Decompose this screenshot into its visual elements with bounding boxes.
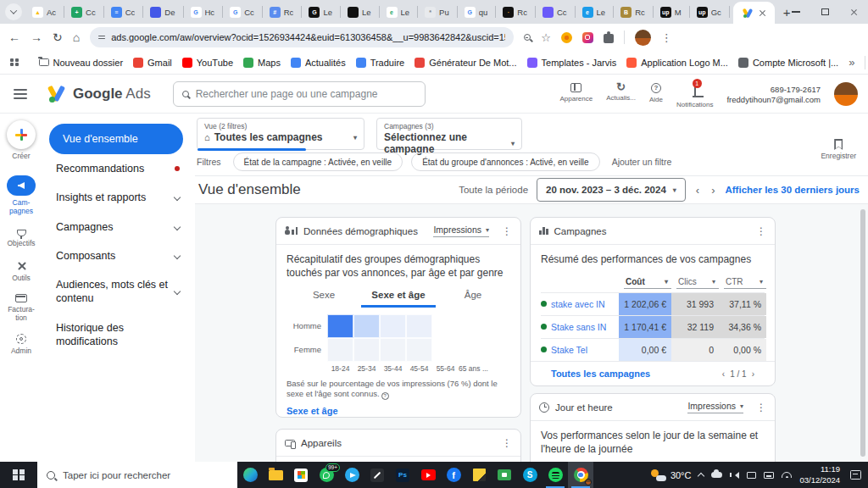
sidebar-item-overview[interactable]: Vue d'ensemble	[49, 124, 183, 154]
taskbar-search[interactable]	[37, 462, 237, 488]
date-prev-button[interactable]: ‹	[694, 184, 701, 197]
taskbar-facebook[interactable]: f	[441, 462, 466, 488]
volume-icon[interactable]	[730, 472, 739, 479]
browser-tab[interactable]: G Le	[305, 0, 344, 24]
sidebar-item-components[interactable]: Composants	[51, 241, 183, 270]
display-icon[interactable]	[747, 472, 756, 479]
browser-tab[interactable]: Le	[344, 0, 383, 24]
taskbar-meet[interactable]	[492, 462, 517, 488]
close-button[interactable]	[839, 0, 868, 24]
browser-tab[interactable]: * Pu	[421, 0, 461, 24]
active-tab-google-ads[interactable]	[733, 2, 775, 24]
reload-button[interactable]: ↻	[53, 31, 63, 43]
view-filter-select[interactable]: Vue (2 filtres) ⌂Toutes les campagnes▾	[197, 118, 364, 150]
campaign-name-link[interactable]: stake avec IN	[541, 293, 619, 315]
notifications-button[interactable]: 1 Notifications	[676, 80, 714, 108]
sidebar-item-history[interactable]: Historique des modifications	[51, 313, 183, 357]
taskbar-store[interactable]	[288, 462, 314, 488]
help-button[interactable]: ? Aide	[649, 80, 663, 103]
tray-expand-icon[interactable]	[698, 473, 704, 480]
bookmark-new-folder[interactable]: Nouveau dossier	[39, 58, 124, 68]
show-last-30-days-link[interactable]: Afficher les 30 derniers jours	[725, 185, 860, 195]
browser-tab[interactable]: ▲ Ac	[29, 0, 68, 24]
site-settings-icon[interactable]	[98, 36, 105, 40]
sidebar-item-audiences[interactable]: Audiences, mots clés et contenu	[51, 270, 183, 313]
campaign-select[interactable]: Campagnes (3) Sélectionnez une campagne▾	[376, 118, 522, 150]
heatmap-cell[interactable]	[327, 314, 353, 338]
browser-tab[interactable]: up M	[657, 0, 693, 24]
heatmap-cell[interactable]	[327, 338, 353, 362]
tab-close-icon[interactable]	[759, 9, 766, 17]
browser-tab[interactable]: e Le	[579, 0, 618, 24]
heatmap-cell[interactable]	[459, 338, 485, 362]
ads-search-input[interactable]	[196, 88, 416, 100]
sidebar-item-recommendations[interactable]: Recommandations	[51, 154, 183, 183]
start-button[interactable]	[0, 462, 37, 488]
taskbar-file-explorer[interactable]	[263, 462, 288, 488]
taskbar-photoshop[interactable]: Ps	[390, 462, 415, 488]
create-button[interactable]	[7, 120, 36, 149]
browser-tab[interactable]: G qu	[461, 0, 500, 24]
browser-tab[interactable]: # Rc	[266, 0, 306, 24]
browser-tab[interactable]: ≡ Cc	[108, 0, 147, 24]
column-select-ctr[interactable]: CTR▾	[724, 277, 766, 289]
page-prev-icon[interactable]: ‹	[722, 369, 725, 379]
menu-hamburger-icon[interactable]	[14, 89, 27, 99]
browser-tab[interactable]: B Rc	[617, 0, 657, 24]
filter-chip-campaign-status[interactable]: État de la campagne : Activée, en veille	[233, 152, 403, 171]
heatmap-cell[interactable]	[353, 314, 380, 338]
goals-icon[interactable]	[17, 230, 26, 236]
bookmark-item[interactable]: Générateur De Mot...	[415, 58, 516, 68]
taskbar-notes[interactable]	[466, 462, 492, 488]
browser-tab[interactable]: Cc	[539, 0, 579, 24]
browser-tab[interactable]: + Cc	[68, 0, 108, 24]
taskbar-telegram[interactable]	[339, 462, 364, 488]
taskbar-search-input[interactable]	[63, 470, 228, 480]
card-menu-icon[interactable]: ⋮	[502, 437, 512, 449]
campaign-name-link[interactable]: Stake sans IN	[541, 316, 619, 338]
heatmap-cell[interactable]	[353, 338, 380, 362]
minimize-button[interactable]	[782, 0, 810, 24]
home-button[interactable]: ⌂	[73, 31, 80, 43]
extensions-puzzle-icon[interactable]	[604, 34, 614, 43]
campaign-name-link[interactable]: Stake Tel	[541, 339, 619, 361]
appearance-button[interactable]: Apparence	[560, 80, 593, 103]
tools-icon[interactable]	[16, 260, 27, 271]
tab-sexe[interactable]: Sexe	[287, 287, 361, 308]
metric-select[interactable]: Impressions▾	[687, 401, 743, 413]
page-next-icon[interactable]: ›	[752, 369, 754, 379]
help-icon[interactable]: ?	[381, 392, 389, 400]
heatmap-cell[interactable]	[380, 314, 406, 338]
bookmark-star-icon[interactable]: ☆	[541, 31, 551, 44]
billing-icon[interactable]	[15, 294, 27, 302]
url-text[interactable]: ads.google.com/aw/overview?ocid=15269344…	[111, 32, 505, 42]
date-range-select[interactable]: 20 nov. 2023 – 3 déc. 2024 ▾	[537, 178, 686, 202]
heatmap-cell[interactable]	[432, 338, 459, 362]
heatmap-cell[interactable]	[432, 314, 459, 338]
bookmark-item[interactable]: YouTube	[182, 58, 233, 68]
browser-tab[interactable]: · Rc	[499, 0, 539, 24]
rail-item-campaigns[interactable]	[7, 175, 36, 196]
clock[interactable]: 11:19 03/12/2024	[799, 464, 840, 485]
ads-search[interactable]	[173, 81, 426, 107]
admin-gear-icon[interactable]	[16, 334, 26, 344]
taskbar-youtube[interactable]	[415, 462, 441, 488]
taskbar-spotify[interactable]	[542, 462, 568, 488]
keyboard-layout-icon[interactable]	[764, 472, 774, 479]
scrollbar[interactable]	[860, 209, 865, 457]
onedrive-icon[interactable]	[711, 472, 722, 478]
forward-button[interactable]: →	[31, 31, 42, 43]
back-button[interactable]: ←	[8, 31, 20, 43]
extension-icon-1[interactable]	[561, 32, 572, 43]
zoom-out-icon[interactable]	[524, 34, 531, 41]
heatmap-cell[interactable]	[406, 314, 432, 338]
browser-tab[interactable]: De	[147, 0, 186, 24]
taskbar-skype[interactable]: S	[517, 462, 542, 488]
card-menu-icon[interactable]: ⋮	[502, 225, 512, 237]
refresh-button[interactable]: ↻ Actualis...	[606, 80, 636, 102]
bookmark-item[interactable]: Templates - Jarvis	[527, 58, 617, 68]
bookmark-item[interactable]: Traduire	[356, 58, 405, 68]
card-menu-icon[interactable]: ⋮	[756, 402, 766, 413]
extension-icon-2[interactable]	[582, 32, 593, 43]
action-center-icon[interactable]	[850, 470, 861, 480]
